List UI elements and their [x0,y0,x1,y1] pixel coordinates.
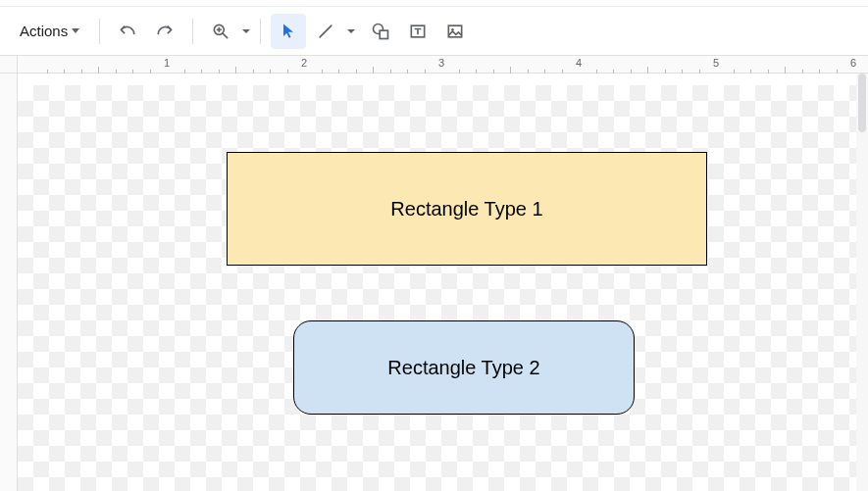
image-tool-button[interactable] [437,14,473,49]
vertical-ruler [0,74,18,491]
actions-label: Actions [20,23,68,39]
textbox-tool-button[interactable] [400,14,435,49]
svg-rect-8 [449,25,462,37]
ruler-label: 5 [713,57,719,69]
ruler-label: 3 [438,57,444,69]
shape-label: Rectangle Type 2 [387,357,539,379]
ruler-tick [98,67,99,74]
toolbar-separator [260,19,261,44]
ruler-tick [785,67,786,74]
zoom-button[interactable] [203,14,238,49]
line-icon [316,22,335,41]
ruler-corner [0,56,18,74]
rounded-rectangle-shape-2[interactable]: Rectangle Type 2 [293,320,635,415]
line-tool-button[interactable] [308,14,343,49]
line-tool-group [308,14,361,49]
rectangle-shape-1[interactable]: Rectangle Type 1 [227,152,707,266]
shape-label: Rectangle Type 1 [390,198,542,221]
shape-icon [371,22,390,41]
svg-rect-6 [380,30,387,38]
zoom-control[interactable] [203,14,250,49]
toolbar-separator [192,19,193,44]
workspace: Rectangle Type 1 Rectangle Type 2 [18,74,868,491]
horizontal-ruler: 123456 [18,56,868,74]
undo-icon [118,22,137,41]
image-icon [445,22,465,41]
toolbar: Actions [0,7,868,56]
select-tool-button[interactable] [271,14,306,49]
cursor-icon [279,22,298,41]
ruler-label: 4 [576,57,582,69]
actions-menu-button[interactable]: Actions [10,17,89,45]
chevron-down-icon [72,28,79,33]
textbox-icon [408,22,428,41]
toolbar-separator [99,19,100,44]
redo-button[interactable] [147,14,182,49]
svg-line-4 [320,25,332,37]
shape-tool-button[interactable] [363,14,398,49]
ruler-label: 6 [850,57,856,69]
ruler-label: 1 [164,57,170,69]
zoom-icon [211,22,230,41]
ruler-tick [647,67,648,74]
window-top-border [0,0,868,7]
svg-line-1 [224,33,228,37]
chevron-down-icon[interactable] [347,29,355,33]
scrollbar-thumb[interactable] [858,74,866,132]
ruler-label: 2 [301,57,307,69]
vertical-scrollbar[interactable] [856,74,868,491]
undo-button[interactable] [110,14,145,49]
ruler-tick [510,67,511,74]
ruler-tick [373,67,374,74]
drawing-canvas[interactable]: Rectangle Type 1 Rectangle Type 2 [18,85,868,491]
chevron-down-icon[interactable] [242,29,250,33]
redo-icon [155,22,175,41]
ruler-tick [235,67,236,74]
